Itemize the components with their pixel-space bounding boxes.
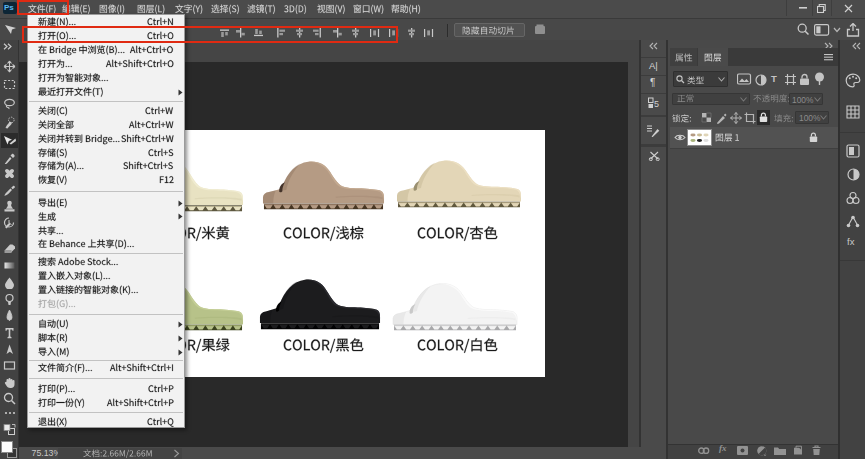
svg-text:5: 5 [654,99,659,109]
